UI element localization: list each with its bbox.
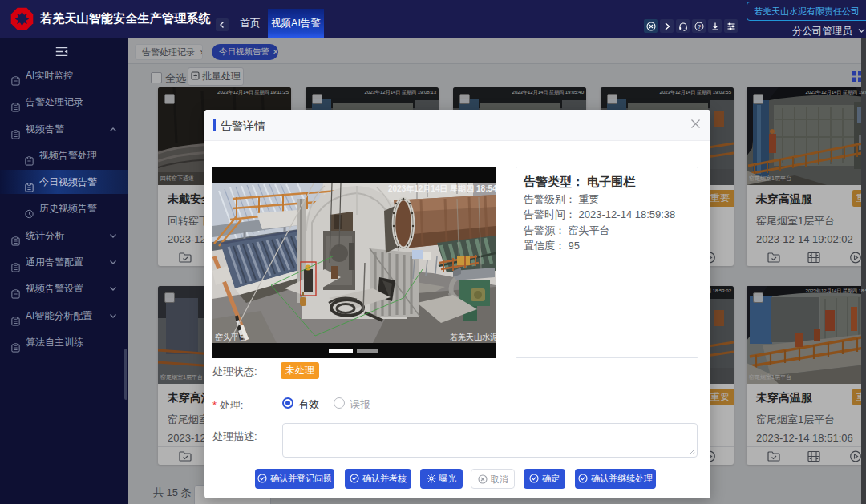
svg-text:窑头平台: 窑头平台: [215, 333, 247, 341]
svg-text:若羌天山水泥: 若羌天山水泥: [450, 333, 496, 341]
svg-text:2023年12月14日 星期四 18:54:5: 2023年12月14日 星期四 18:54:5: [388, 184, 496, 193]
svg-text:?: ?: [697, 22, 700, 30]
